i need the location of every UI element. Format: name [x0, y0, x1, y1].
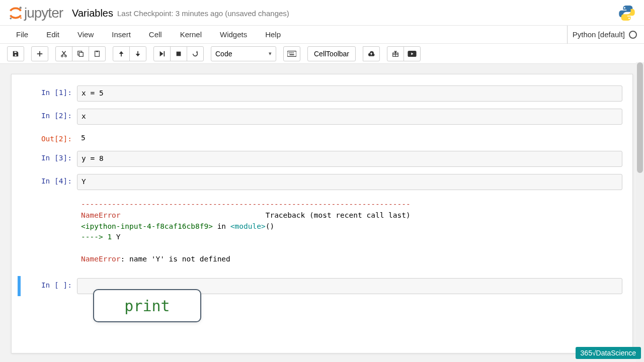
in-prompt-1: In [1]: [22, 85, 77, 102]
cell-type-select[interactable]: Code [211, 46, 276, 61]
code-input-1[interactable]: x = 5 [77, 85, 622, 102]
celltoolbar-button[interactable]: CellToolbar [307, 46, 356, 61]
arrow-down-icon [134, 50, 141, 57]
svg-rect-14 [293, 52, 294, 53]
move-down-button[interactable] [129, 46, 146, 61]
menu-file[interactable]: File [7, 26, 37, 43]
svg-rect-10 [287, 51, 296, 56]
svg-point-2 [20, 17, 22, 19]
save-button[interactable] [7, 46, 24, 61]
in-prompt-2: In [2]: [22, 109, 77, 125]
menu-help[interactable]: Help [256, 26, 290, 43]
refresh-icon [192, 50, 199, 57]
stop-icon [175, 50, 182, 57]
svg-rect-6 [79, 52, 83, 56]
menubar: File Edit View Insert Cell Kernel Widget… [0, 26, 644, 44]
cell-type-value: Code [215, 50, 232, 58]
in-prompt-empty: In [ ]: [22, 278, 77, 294]
menu-edit[interactable]: Edit [37, 26, 68, 43]
toolbar: Code CellToolbar [0, 44, 644, 64]
save-icon [12, 50, 19, 57]
kernel-indicator: Python [default] [567, 26, 637, 44]
svg-point-3 [61, 55, 63, 57]
gift-icon [392, 50, 399, 57]
svg-rect-9 [177, 51, 181, 56]
run-button[interactable] [153, 46, 171, 61]
svg-point-0 [20, 7, 22, 9]
error-prompt-spacer [22, 197, 77, 267]
plus-icon [36, 50, 43, 57]
menu-cell[interactable]: Cell [140, 26, 171, 43]
command-palette-button[interactable] [283, 46, 300, 61]
code-input-3[interactable]: y = 8 [77, 151, 622, 167]
out-prompt-2: Out[2]: [22, 132, 77, 144]
cut-icon [60, 50, 67, 57]
menu-view[interactable]: View [68, 26, 103, 43]
menu-kernel[interactable]: Kernel [171, 26, 211, 43]
youtube-icon [408, 51, 417, 57]
cloud-upload-button[interactable] [363, 46, 380, 61]
svg-point-1 [10, 18, 12, 20]
step-forward-icon [158, 50, 166, 57]
copy-button[interactable] [72, 46, 89, 61]
watermark: 365√DataScience [576, 347, 641, 359]
jupyter-logo-text: jupyter [24, 5, 63, 21]
cloud-upload-icon [367, 50, 375, 57]
output-2: Out[2]: 5 [18, 130, 626, 146]
paste-icon [94, 50, 101, 57]
jupyter-icon [8, 6, 23, 21]
error-output-4: ----------------------------------------… [18, 195, 626, 269]
output-text-2: 5 [77, 132, 622, 144]
header: jupyter Variables Last Checkpoint: 3 min… [0, 0, 644, 26]
svg-rect-15 [290, 54, 294, 55]
menu-insert[interactable]: Insert [103, 26, 140, 43]
svg-rect-13 [291, 52, 292, 53]
svg-rect-11 [289, 52, 290, 53]
keyboard-icon [287, 51, 296, 57]
print-overlay: print [93, 289, 201, 322]
svg-rect-12 [290, 52, 291, 53]
traceback-output: ----------------------------------------… [77, 197, 622, 267]
cut-button[interactable] [55, 46, 72, 61]
svg-point-4 [65, 55, 67, 57]
code-cell-2[interactable]: In [2]: x [18, 107, 626, 127]
in-prompt-3: In [3]: [22, 151, 77, 167]
code-cell-1[interactable]: In [1]: x = 5 [18, 83, 626, 104]
stop-button[interactable] [170, 46, 187, 61]
restart-kernel-button[interactable] [187, 46, 204, 61]
notebook-name[interactable]: Variables [72, 8, 113, 19]
code-cell-3[interactable]: In [3]: y = 8 [18, 149, 626, 169]
scrollbar[interactable] [636, 62, 644, 362]
arrow-up-icon [118, 50, 125, 57]
svg-rect-8 [96, 50, 98, 52]
in-prompt-4: In [4]: [22, 174, 77, 190]
jupyter-logo: jupyter [8, 5, 63, 21]
insert-cell-below-button[interactable] [31, 46, 48, 61]
code-input-2[interactable]: x [77, 109, 622, 125]
kernel-status-icon [629, 31, 637, 39]
gift-button[interactable] [387, 46, 404, 61]
copy-icon [77, 50, 84, 57]
menu-widgets[interactable]: Widgets [211, 26, 256, 43]
paste-button[interactable] [89, 46, 106, 61]
code-input-4[interactable]: Y [77, 174, 622, 190]
checkpoint-status: Last Checkpoint: 3 minutes ago (unsaved … [117, 9, 289, 18]
python-icon [618, 4, 636, 22]
code-cell-4[interactable]: In [4]: Y [18, 172, 626, 192]
move-up-button[interactable] [113, 46, 130, 61]
scrollbar-thumb[interactable] [637, 62, 643, 173]
kernel-name: Python [default] [573, 30, 625, 39]
slideshow-button[interactable] [404, 46, 421, 61]
